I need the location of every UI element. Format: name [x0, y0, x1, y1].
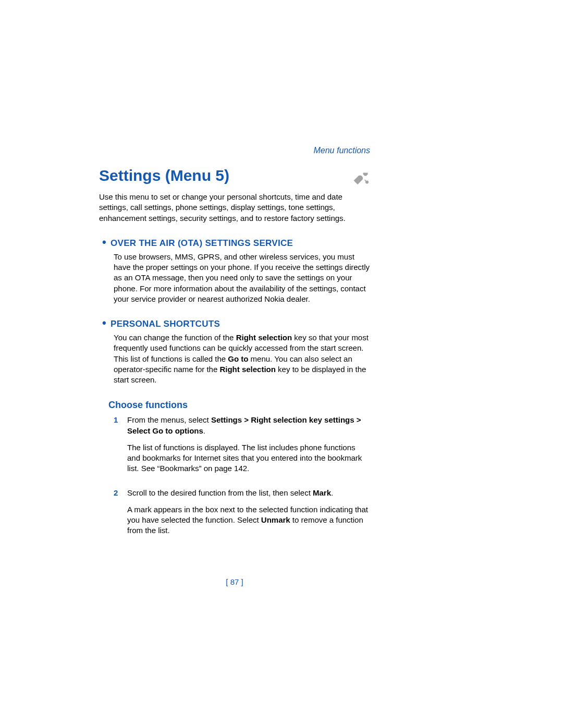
step-body: Scroll to the desired function from the …	[127, 488, 370, 542]
section-heading-personal: • PERSONAL SHORTCUTS	[99, 319, 370, 329]
tools-icon	[351, 171, 370, 187]
step-body: From the menus, select Settings > Right …	[127, 415, 370, 480]
section-heading-ota: • OVER THE AIR (OTA) SETTINGS SERVICE	[99, 238, 370, 249]
section-heading-personal-text: PERSONAL SHORTCUTS	[111, 319, 220, 329]
step-number: 1	[114, 415, 121, 480]
running-header: Menu functions	[99, 146, 370, 155]
page-title: Settings (Menu 5)	[99, 167, 229, 184]
document-page: Menu functions Settings (Menu 5) Use thi…	[99, 146, 370, 550]
subheading-choose-functions: Choose functions	[108, 400, 370, 411]
section-heading-ota-text: OVER THE AIR (OTA) SETTINGS SERVICE	[111, 238, 293, 249]
step-number: 2	[114, 488, 121, 542]
section-body-personal: You can change the function of the Right…	[114, 332, 370, 385]
title-row: Settings (Menu 5)	[99, 167, 370, 192]
page-number: [ 87 ]	[99, 577, 370, 586]
step-1: 1 From the menus, select Settings > Righ…	[114, 415, 370, 480]
intro-paragraph: Use this menu to set or change your pers…	[99, 192, 370, 224]
section-body-ota: To use browsers, MMS, GPRS, and other wi…	[114, 252, 370, 304]
step-2: 2 Scroll to the desired function from th…	[114, 488, 370, 542]
